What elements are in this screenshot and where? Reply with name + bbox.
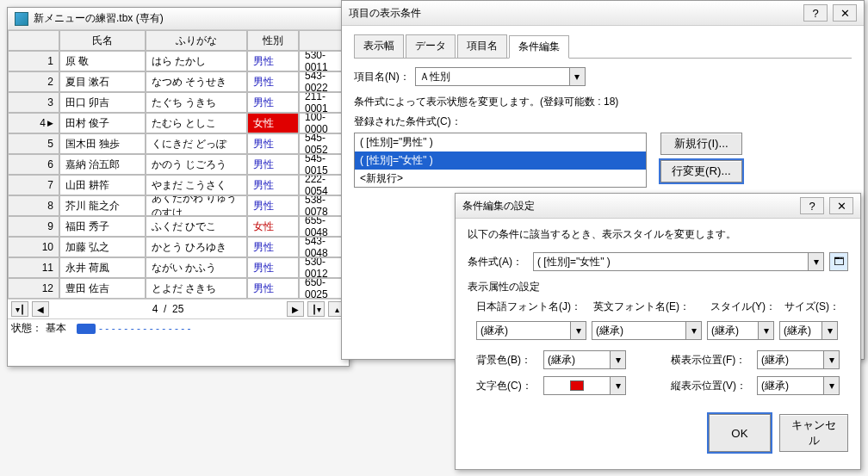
name-cell[interactable]: 芥川 龍之介 [59, 195, 146, 216]
help-button[interactable]: ? [803, 4, 828, 22]
table-row[interactable]: 10 加藤 弘之 かとう ひろゆき 男性 543-0048 [8, 237, 349, 257]
zip-cell[interactable]: 211-0001 [299, 92, 344, 113]
efont-select[interactable]: (継承)▾ [592, 321, 702, 340]
kana-cell[interactable]: はら たかし [146, 51, 247, 71]
table-row[interactable]: 2 夏目 漱石 なつめ そうせき 男性 543-0022 [8, 71, 349, 92]
sex-cell[interactable]: 男性 [247, 175, 299, 195]
cond-expr-combo[interactable]: ( [性別]="女性" )▾ [533, 252, 824, 271]
expression-builder-button[interactable]: 🗔 [829, 252, 848, 271]
zip-cell[interactable]: 545-0015 [299, 154, 344, 175]
zoom-slider[interactable]: - - - - - - - - - - - - - - - [77, 323, 191, 335]
valign-select[interactable]: (継承)▾ [757, 376, 840, 395]
nav-last[interactable]: ┃▾ [307, 301, 325, 317]
jfont-select[interactable]: (継承)▾ [476, 321, 586, 340]
zip-cell[interactable]: 543-0022 [299, 71, 344, 92]
condition-item[interactable]: <新規行> [355, 170, 646, 188]
zip-cell[interactable]: 545-0052 [299, 133, 344, 154]
row-number[interactable]: 11 [8, 257, 59, 278]
name-cell[interactable]: 田村 俊子 [59, 113, 146, 133]
help-button[interactable]: ? [800, 197, 824, 214]
sex-cell[interactable]: 男性 [247, 257, 299, 278]
name-cell[interactable]: 国木田 独歩 [59, 133, 146, 154]
row-number[interactable]: 3 [8, 92, 59, 113]
row-number[interactable]: 4 [8, 113, 59, 133]
sex-cell[interactable]: 男性 [247, 154, 299, 175]
table-row[interactable]: 12 豊田 佐吉 とよだ さきち 男性 650-0025 [8, 278, 349, 299]
zip-cell[interactable]: 655-0048 [299, 216, 344, 237]
tab-2[interactable]: 項目名 [457, 34, 507, 58]
column-header[interactable]: 氏名 [59, 30, 146, 51]
kana-cell[interactable]: ながい かふう [146, 257, 247, 278]
sex-cell[interactable]: 男性 [247, 278, 299, 299]
name-cell[interactable]: 永井 荷風 [59, 257, 146, 278]
kana-cell[interactable]: とよだ さきち [146, 278, 247, 299]
kana-cell[interactable]: かのう じごろう [146, 154, 247, 175]
kana-cell[interactable]: やまだ こうさく [146, 175, 247, 195]
ok-button[interactable]: OK [709, 414, 771, 452]
nav-next[interactable]: ▶ [287, 301, 304, 317]
table-row[interactable]: 8 芥川 龍之介 あくたがわ りゅうのすけ 男性 538-0078 [8, 195, 349, 216]
name-cell[interactable]: 山田 耕筰 [59, 175, 146, 195]
zip-cell[interactable]: 538-0078 [299, 195, 344, 216]
bgcolor-select[interactable]: (継承)▾ [543, 350, 626, 369]
row-number[interactable]: 7 [8, 175, 59, 195]
zip-cell[interactable]: 530-0012 [299, 257, 344, 278]
sex-cell[interactable]: 男性 [247, 51, 299, 71]
row-number[interactable]: 2 [8, 71, 59, 92]
kana-cell[interactable]: くにきだ どっぽ [146, 133, 247, 154]
name-cell[interactable]: 夏目 漱石 [59, 71, 146, 92]
row-number[interactable]: 5 [8, 133, 59, 154]
kana-cell[interactable]: かとう ひろゆき [146, 237, 247, 257]
name-cell[interactable]: 嘉納 治五郎 [59, 154, 146, 175]
name-cell[interactable]: 豊田 佐吉 [59, 278, 146, 299]
style-select[interactable]: (継承)▾ [707, 321, 774, 340]
zip-cell[interactable]: 222-0054 [299, 175, 344, 195]
new-row-button[interactable]: 新規行(I)... [660, 133, 742, 155]
cancel-button[interactable]: キャンセル [779, 414, 848, 452]
close-button[interactable]: ✕ [829, 197, 853, 214]
kana-cell[interactable]: ふくだ ひでこ [146, 216, 247, 237]
kana-cell[interactable]: たむら としこ [146, 113, 247, 133]
sex-cell[interactable]: 女性 [247, 216, 299, 237]
table-row[interactable]: 1 原 敬 はら たかし 男性 530-0011 [8, 51, 349, 71]
zip-cell[interactable]: 543-0048 [299, 237, 344, 257]
row-number[interactable]: 12 [8, 278, 59, 299]
table-row[interactable]: 4 田村 俊子 たむら としこ 女性 100-0000 [8, 113, 349, 133]
row-number[interactable]: 1 [8, 51, 59, 71]
sex-cell[interactable]: 男性 [247, 92, 299, 113]
kana-cell[interactable]: なつめ そうせき [146, 71, 247, 92]
table-row[interactable]: 3 田口 卯吉 たぐち うきち 男性 211-0001 [8, 92, 349, 113]
name-cell[interactable]: 田口 卯吉 [59, 92, 146, 113]
table-row[interactable]: 6 嘉納 治五郎 かのう じごろう 男性 545-0015 [8, 154, 349, 175]
kana-cell[interactable]: たぐち うきち [146, 92, 247, 113]
table-row[interactable]: 11 永井 荷風 ながい かふう 男性 530-0012 [8, 257, 349, 278]
column-header[interactable]: 性別 [247, 30, 299, 51]
name-cell[interactable]: 福田 秀子 [59, 216, 146, 237]
name-cell[interactable]: 加藤 弘之 [59, 237, 146, 257]
change-row-button[interactable]: 行変更(R)... [660, 160, 742, 182]
size-select[interactable]: (継承)▾ [779, 321, 838, 340]
item-name-select[interactable]: Ａ性別▾ [415, 67, 586, 86]
halign-select[interactable]: (継承)▾ [757, 350, 840, 369]
kana-cell[interactable]: あくたがわ りゅうのすけ [146, 195, 247, 216]
condition-item[interactable]: ( [性別]="女性" ) [355, 151, 646, 170]
row-number[interactable]: 6 [8, 154, 59, 175]
row-number[interactable]: 9 [8, 216, 59, 237]
tab-3[interactable]: 条件編集 [509, 35, 569, 59]
sex-cell[interactable]: 男性 [247, 237, 299, 257]
row-number[interactable]: 8 [8, 195, 59, 216]
zip-cell[interactable]: 100-0000 [299, 113, 344, 133]
zip-cell[interactable]: 530-0011 [299, 51, 344, 71]
column-header[interactable] [8, 30, 59, 51]
sex-cell[interactable]: 男性 [247, 195, 299, 216]
column-header[interactable] [299, 30, 344, 51]
tab-0[interactable]: 表示幅 [354, 34, 404, 58]
sex-cell[interactable]: 女性 [247, 113, 299, 133]
zip-cell[interactable]: 650-0025 [299, 278, 344, 299]
row-number[interactable]: 10 [8, 237, 59, 257]
table-row[interactable]: 7 山田 耕筰 やまだ こうさく 男性 222-0054 [8, 175, 349, 195]
tab-1[interactable]: データ [406, 34, 456, 58]
table-row[interactable]: 5 国木田 独歩 くにきだ どっぽ 男性 545-0052 [8, 133, 349, 154]
sex-cell[interactable]: 男性 [247, 71, 299, 92]
condition-listbox[interactable]: ( [性別]="男性" )( [性別]="女性" )<新規行> [354, 133, 647, 188]
